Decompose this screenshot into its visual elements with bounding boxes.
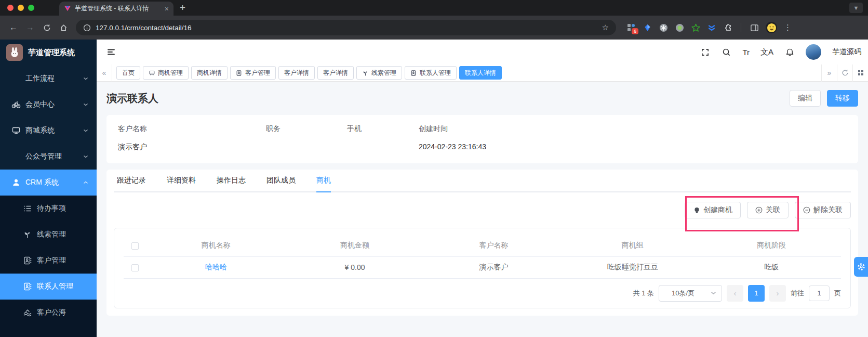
sidebar-item-label: 工作流程 bbox=[25, 74, 55, 83]
snowflake-extension-icon[interactable] bbox=[659, 23, 668, 32]
tag-contact-mgmt[interactable]: 联系人管理 bbox=[405, 66, 457, 80]
tab-business[interactable]: 商机 bbox=[316, 170, 331, 191]
address-book-icon bbox=[410, 70, 417, 76]
favicon-vue-icon bbox=[64, 5, 71, 12]
goto-label: 前往 bbox=[791, 289, 804, 298]
tags-scroll-right-icon[interactable]: » bbox=[821, 64, 837, 82]
detail-tabs: 跟进记录 详细资料 操作日志 团队成员 商机 bbox=[114, 170, 851, 192]
url-text[interactable]: 127.0.0.1/crm/contact/detail/16 bbox=[96, 24, 192, 32]
pagination-total: 共 1 条 bbox=[633, 289, 654, 298]
browser-tab[interactable]: 芋道管理系统 - 联系人详情 × bbox=[59, 2, 173, 16]
bell-icon[interactable] bbox=[784, 47, 795, 57]
goto-page-input[interactable] bbox=[809, 286, 830, 301]
sidebar-item-label: 线索管理 bbox=[37, 230, 66, 239]
tag-customer-mgmt[interactable]: 客户管理 bbox=[230, 66, 276, 80]
chevron-up-icon bbox=[83, 180, 88, 185]
circle-plus-icon bbox=[755, 206, 763, 214]
select-all-checkbox[interactable] bbox=[131, 242, 139, 250]
locale-icon[interactable]: 文A bbox=[760, 47, 773, 57]
user-avatar[interactable] bbox=[806, 44, 821, 60]
customer-name-cell: 演示客户 bbox=[424, 256, 563, 278]
search-icon[interactable] bbox=[721, 47, 731, 57]
side-panel-icon[interactable] bbox=[750, 23, 759, 32]
green-star-extension-icon[interactable] bbox=[691, 23, 700, 32]
fold-menu-icon[interactable] bbox=[106, 47, 116, 57]
info-label: 职务 bbox=[266, 124, 347, 134]
tag-customer-detail[interactable]: 客户详情 bbox=[278, 66, 315, 80]
sprout-icon bbox=[362, 70, 369, 76]
close-tab-icon[interactable]: × bbox=[165, 5, 169, 12]
tab-follow-records[interactable]: 跟进记录 bbox=[117, 170, 146, 191]
layout-grid-icon[interactable] bbox=[852, 64, 868, 82]
tags-wrap: 首页 商机管理 商机详情 bbox=[112, 66, 821, 80]
next-page-button[interactable]: › bbox=[769, 285, 786, 302]
chevron-down-icon bbox=[83, 76, 88, 81]
sidebar-item-mall-system[interactable]: 商城系统 bbox=[0, 118, 97, 144]
fullscreen-icon[interactable] bbox=[700, 47, 710, 57]
profile-avatar[interactable] bbox=[766, 22, 777, 33]
sidebar-item-member-center[interactable]: 会员中心 bbox=[0, 92, 97, 118]
sidebar-item-official-account[interactable]: 公众号管理 bbox=[0, 144, 97, 170]
edit-button[interactable]: 编辑 bbox=[790, 90, 821, 107]
settings-gear-button[interactable] bbox=[854, 257, 868, 277]
extension-grid-icon[interactable]: 6 bbox=[626, 23, 636, 32]
sidebar-item-todo[interactable]: 待办事项 bbox=[0, 196, 97, 222]
sidebar-item-label: 客户公海 bbox=[37, 308, 66, 317]
tag-leads-mgmt[interactable]: 线索管理 bbox=[356, 66, 402, 80]
blue-chevrons-extension-icon[interactable] bbox=[707, 23, 716, 32]
close-window-button[interactable] bbox=[7, 5, 14, 11]
sidebar-item-workflow[interactable]: 工作流程 bbox=[0, 66, 97, 92]
prev-page-button[interactable]: ‹ bbox=[727, 285, 743, 302]
tag-business-detail[interactable]: 商机详情 bbox=[191, 66, 228, 80]
create-business-button[interactable]: 创建商机 bbox=[685, 202, 741, 218]
page-size-select[interactable]: 10条/页 bbox=[659, 285, 722, 302]
tag-label: 客户管理 bbox=[245, 69, 270, 77]
extensions-puzzle-icon[interactable] bbox=[723, 23, 732, 32]
tag-contact-detail[interactable]: 联系人详情 bbox=[459, 66, 502, 80]
kebab-menu-icon[interactable]: ⋮ bbox=[784, 23, 792, 32]
back-icon[interactable]: ← bbox=[6, 20, 21, 35]
extensions-row: 6 bbox=[626, 22, 792, 33]
green-dot-extension-icon[interactable] bbox=[675, 23, 684, 32]
sidebar-item-customer-pool[interactable]: 客户公海 bbox=[0, 300, 97, 326]
minimize-window-button[interactable] bbox=[18, 5, 24, 11]
current-page-button[interactable]: 1 bbox=[748, 285, 765, 302]
home-icon[interactable] bbox=[56, 20, 71, 35]
tag-label: 商机详情 bbox=[197, 69, 222, 77]
transfer-button[interactable]: 转移 bbox=[827, 90, 858, 107]
tags-scroll-left-icon[interactable]: « bbox=[97, 64, 112, 82]
chevron-down-icon bbox=[83, 128, 88, 133]
list-icon bbox=[23, 204, 32, 213]
bookmark-star-icon[interactable]: ☆ bbox=[602, 23, 609, 32]
tab-details[interactable]: 详细资料 bbox=[167, 170, 196, 191]
sidebar-item-customers[interactable]: 客户管理 bbox=[0, 248, 97, 274]
tab-team-members[interactable]: 团队成员 bbox=[266, 170, 296, 191]
site-info-icon[interactable] bbox=[83, 24, 91, 32]
sidebar-item-label: 公众号管理 bbox=[25, 152, 62, 161]
refresh-icon[interactable] bbox=[837, 64, 852, 82]
button-label: 创建商机 bbox=[703, 205, 732, 215]
tag-label: 首页 bbox=[122, 69, 135, 77]
link-button[interactable]: 关联 bbox=[747, 202, 789, 218]
tag-customer-detail-2[interactable]: 客户详情 bbox=[317, 66, 354, 80]
sidebar-logo[interactable]: 芋道管理系统 bbox=[0, 40, 97, 66]
business-stage-cell: 吃饭 bbox=[702, 256, 841, 278]
font-size-icon[interactable]: Tr bbox=[742, 48, 750, 57]
sidebar-item-contacts[interactable]: 联系人管理 bbox=[0, 274, 97, 300]
zoom-window-button[interactable] bbox=[28, 5, 34, 11]
forward-icon[interactable]: → bbox=[23, 20, 37, 35]
reload-icon[interactable] bbox=[39, 20, 54, 35]
row-checkbox[interactable] bbox=[131, 264, 139, 271]
address-bar[interactable]: 127.0.0.1/crm/contact/detail/16 ☆ bbox=[76, 20, 616, 35]
tag-home[interactable]: 首页 bbox=[116, 66, 140, 80]
new-tab-button[interactable]: + bbox=[180, 2, 185, 14]
sidebar-item-leads[interactable]: 线索管理 bbox=[0, 222, 97, 248]
blue-pin-extension-icon[interactable] bbox=[643, 23, 652, 32]
tag-business-mgmt[interactable]: 商机管理 bbox=[143, 66, 189, 80]
address-book-icon bbox=[23, 282, 32, 291]
window-chevron-icon[interactable]: ▼ bbox=[849, 3, 863, 13]
sidebar-item-crm-system[interactable]: CRM 系统 bbox=[0, 170, 97, 196]
unlink-button[interactable]: 解除关联 bbox=[795, 202, 851, 218]
business-name-link[interactable]: 哈哈哈 bbox=[205, 263, 227, 271]
tab-operation-log[interactable]: 操作日志 bbox=[217, 170, 246, 191]
